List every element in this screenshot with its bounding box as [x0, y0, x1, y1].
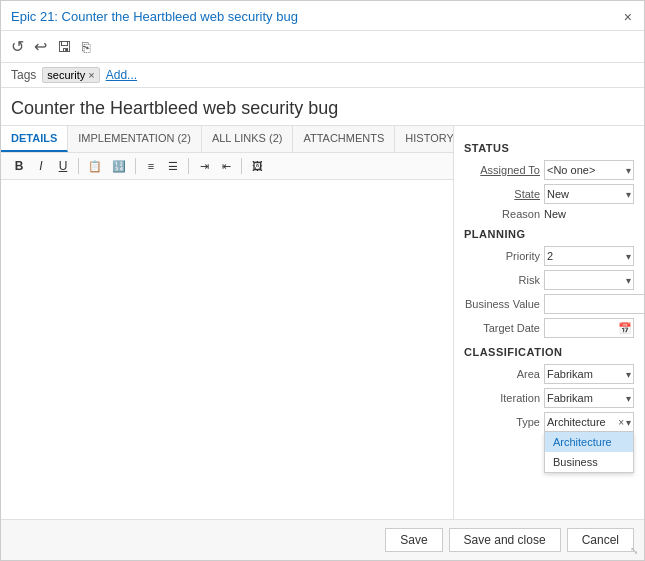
epic-number: Epic 21: [11, 9, 58, 24]
outdent-button[interactable]: ⇤ [216, 158, 236, 175]
iteration-label: Iteration [464, 392, 540, 404]
title-bar: Epic 21: Counter the Heartbleed web secu… [1, 1, 644, 31]
dialog-container: Epic 21: Counter the Heartbleed web secu… [0, 0, 645, 561]
state-wrapper: New [544, 184, 634, 204]
tags-row: Tags security × Add... [1, 63, 644, 88]
priority-label: Priority [464, 250, 540, 262]
tab-attachments[interactable]: ATTACHMENTS [293, 126, 395, 152]
type-label: Type [464, 416, 540, 428]
type-dropdown: Architecture Business [544, 432, 634, 473]
italic-button[interactable]: I [31, 157, 51, 175]
footer: Save Save and close Cancel [1, 519, 644, 560]
indent-button-1[interactable]: ⇥ [194, 158, 214, 175]
close-button[interactable]: × [622, 10, 634, 24]
risk-wrapper [544, 270, 634, 290]
state-label[interactable]: State [464, 188, 540, 200]
type-input-text: Architecture [547, 416, 616, 428]
iteration-select[interactable]: Fabrikam [544, 388, 634, 408]
numbered-list-button-1[interactable]: 📋 [84, 158, 106, 175]
assigned-to-wrapper: <No one> [544, 160, 634, 180]
target-date-label: Target Date [464, 322, 540, 334]
save-button[interactable]: Save [385, 528, 442, 552]
bullet-list-button-1[interactable]: ≡ [141, 158, 161, 174]
separator-3 [188, 158, 189, 174]
type-input-row: Architecture × ▾ [544, 412, 634, 432]
risk-label: Risk [464, 274, 540, 286]
area-row: Area Fabrikam [464, 364, 634, 384]
assigned-to-label[interactable]: Assigned To [464, 164, 540, 176]
assigned-to-select[interactable]: <No one> [544, 160, 634, 180]
target-date-row: Target Date 📅 [464, 318, 634, 338]
tags-label: Tags [11, 68, 36, 82]
tab-details[interactable]: DETAILS [1, 126, 68, 152]
type-clear-button[interactable]: × [616, 417, 626, 428]
state-select[interactable]: New [544, 184, 634, 204]
add-tag-link[interactable]: Add... [106, 68, 137, 82]
reason-row: Reason New [464, 208, 634, 220]
risk-select[interactable] [544, 270, 634, 290]
bold-button[interactable]: B [9, 157, 29, 175]
calendar-icon[interactable]: 📅 [618, 322, 632, 335]
numbered-list-button-2[interactable]: 🔢 [108, 158, 130, 175]
business-value-label: Business Value [464, 298, 540, 310]
status-section-header: STATUS [464, 142, 634, 154]
iteration-row: Iteration Fabrikam [464, 388, 634, 408]
type-dropdown-button[interactable]: ▾ [626, 417, 631, 428]
tag-chip-security: security × [42, 67, 99, 83]
editor-area[interactable] [1, 180, 453, 519]
iteration-wrapper: Fabrikam [544, 388, 634, 408]
right-panel: STATUS Assigned To <No one> State New [454, 126, 644, 519]
content-area: DETAILS IMPLEMENTATION (2) ALL LINKS (2)… [1, 126, 644, 519]
reason-value: New [544, 208, 634, 220]
resize-handle[interactable]: ⤡ [630, 546, 642, 558]
toolbar: ↺ ↩ 🖫 ⎘ [1, 31, 644, 63]
underline-button[interactable]: U [53, 157, 73, 175]
type-row: Type Architecture × ▾ Architecture Busin… [464, 412, 634, 432]
cancel-button[interactable]: Cancel [567, 528, 634, 552]
tabs-bar: DETAILS IMPLEMENTATION (2) ALL LINKS (2)… [1, 126, 453, 153]
business-value-input[interactable] [544, 294, 644, 314]
undo-icon[interactable]: ↩ [34, 37, 47, 56]
tab-implementation[interactable]: IMPLEMENTATION (2) [68, 126, 202, 152]
epic-title-text: Counter the Heartbleed web security bug [62, 9, 298, 24]
tab-all-links[interactable]: ALL LINKS (2) [202, 126, 294, 152]
type-option-business[interactable]: Business [545, 452, 633, 472]
image-button[interactable]: 🖼 [247, 158, 267, 174]
dialog-title: Epic 21: Counter the Heartbleed web secu… [11, 9, 298, 24]
priority-select[interactable]: 2 [544, 246, 634, 266]
area-select[interactable]: Fabrikam [544, 364, 634, 384]
type-field-wrapper: Architecture × ▾ Architecture Business [544, 412, 634, 432]
copy-icon[interactable]: ⎘ [82, 39, 90, 55]
type-option-architecture[interactable]: Architecture [545, 432, 633, 452]
tag-remove-button[interactable]: × [88, 69, 94, 81]
bullet-list-button-2[interactable]: ☰ [163, 158, 183, 175]
classification-section-header: CLASSIFICATION [464, 346, 634, 358]
area-wrapper: Fabrikam [544, 364, 634, 384]
save-work-item-icon[interactable]: 🖫 [57, 38, 72, 55]
editor-toolbar: B I U 📋 🔢 ≡ ☰ ⇥ ⇤ 🖼 [1, 153, 453, 180]
separator-1 [78, 158, 79, 174]
priority-row: Priority 2 [464, 246, 634, 266]
target-date-wrapper: 📅 [544, 318, 634, 338]
separator-4 [241, 158, 242, 174]
reason-label: Reason [464, 208, 540, 220]
tag-chip-text: security [47, 69, 85, 81]
left-panel: DETAILS IMPLEMENTATION (2) ALL LINKS (2)… [1, 126, 454, 519]
refresh-icon[interactable]: ↺ [11, 37, 24, 56]
business-value-row: Business Value [464, 294, 634, 314]
priority-wrapper: 2 [544, 246, 634, 266]
risk-row: Risk [464, 270, 634, 290]
work-item-title: Counter the Heartbleed web security bug [1, 88, 644, 126]
planning-section-header: PLANNING [464, 228, 634, 240]
save-and-close-button[interactable]: Save and close [449, 528, 561, 552]
assigned-to-row: Assigned To <No one> [464, 160, 634, 180]
state-row: State New [464, 184, 634, 204]
area-label: Area [464, 368, 540, 380]
separator-2 [135, 158, 136, 174]
tab-history[interactable]: HISTORY [395, 126, 454, 152]
